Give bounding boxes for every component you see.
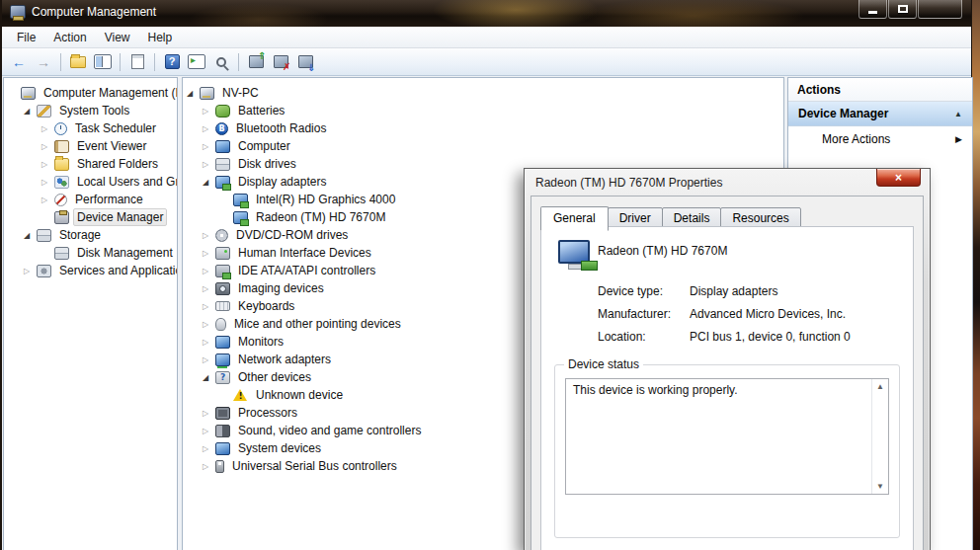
window-title: Computer Management (32, 5, 156, 19)
expander-icon[interactable] (203, 231, 215, 240)
menu-help[interactable]: Help (139, 28, 182, 47)
dialog-title-bar[interactable]: Radeon (TM) HD 7670M Properties × (525, 169, 930, 196)
search-button[interactable] (210, 51, 232, 73)
tree-item[interactable]: Local Users and Groups (4, 173, 177, 191)
expander-icon[interactable] (41, 124, 54, 133)
back-button[interactable]: ← (8, 51, 30, 73)
expander-icon[interactable] (203, 338, 215, 347)
computer-management-window: Computer Management FileActionViewHelp ← (0, 0, 972, 550)
console-tree-button[interactable] (92, 51, 114, 73)
status-scrollbar[interactable]: ▲ ▼ (871, 379, 888, 494)
device-tree-item[interactable]: Bluetooth Radios (183, 119, 783, 137)
tree-item[interactable]: Services and Applications (4, 262, 177, 279)
expander-icon[interactable] (203, 373, 215, 382)
tree-item[interactable]: Device Manager (4, 208, 177, 226)
menu-file[interactable]: File (8, 28, 44, 47)
device-tree-item[interactable]: Computer (183, 137, 783, 155)
window-controls (858, 0, 962, 19)
update-driver-button[interactable] (245, 51, 267, 73)
expander-icon[interactable] (203, 160, 215, 169)
field-value: Advanced Micro Devices, Inc. (690, 307, 846, 330)
collapse-chevron-icon[interactable]: ▲ (954, 110, 962, 118)
expander-icon[interactable] (203, 267, 215, 275)
expander-icon[interactable] (203, 142, 215, 151)
expander-icon[interactable] (203, 409, 215, 418)
expander-icon[interactable] (203, 284, 215, 293)
expander-icon[interactable] (203, 124, 215, 133)
device-tree-item[interactable]: Batteries (183, 102, 783, 119)
dialog-tab[interactable]: General (540, 206, 609, 231)
expander-icon[interactable] (203, 427, 215, 435)
uninstall-button[interactable] (270, 51, 291, 73)
tree-item-icon (54, 194, 67, 206)
expander-icon[interactable] (203, 302, 215, 311)
expander-icon[interactable] (24, 107, 37, 116)
tree-item[interactable]: Shared Folders (4, 155, 177, 173)
expander-icon[interactable] (24, 267, 37, 275)
actions-section-device-manager[interactable]: Device Manager ▲ (788, 102, 972, 126)
device-name: Radeon (TM) HD 7670M (598, 244, 727, 258)
expander-icon[interactable] (203, 249, 215, 258)
device-status-group: Device status This device is working pro… (554, 364, 900, 538)
device-status-textbox[interactable]: This device is working properly. ▲ ▼ (565, 378, 889, 495)
tree-item-icon (54, 247, 69, 260)
tree-item[interactable]: Computer Management (Local (4, 84, 177, 102)
expander-icon[interactable] (203, 320, 215, 329)
forward-button[interactable]: → (33, 51, 54, 73)
minimize-button[interactable] (858, 0, 887, 19)
device-category-icon (215, 301, 230, 311)
device-info-row: Location: PCI bus 1, device 0, function … (598, 330, 851, 353)
show-hide-button[interactable] (186, 51, 207, 73)
expander-icon[interactable] (187, 89, 200, 98)
general-tab-page: Radeon (TM) HD 7670M Device type: Displa… (540, 226, 914, 550)
scan-hardware-button[interactable] (294, 51, 316, 73)
tree-item[interactable]: Storage (4, 226, 177, 244)
close-icon: × (895, 172, 902, 184)
device-category-icon (215, 140, 230, 153)
device-category-icon (215, 442, 230, 455)
expander-icon[interactable] (41, 196, 54, 204)
tree-item-icon (54, 176, 69, 189)
menu-action[interactable]: Action (44, 28, 95, 47)
toolbar-icon (188, 54, 205, 69)
expander-icon[interactable] (203, 107, 215, 116)
menu-bar: FileActionViewHelp (2, 27, 971, 48)
field-label: Location: (598, 330, 690, 353)
console-tree-pane: Computer Management (Local System Tools … (3, 77, 178, 550)
device-info-fields: Device type: Display adapters Manufactur… (598, 284, 851, 353)
close-button[interactable] (918, 0, 962, 19)
tree-item-icon (54, 140, 69, 153)
expander-icon[interactable] (203, 444, 215, 453)
field-label: Manufacturer: (598, 307, 690, 330)
expander-icon[interactable] (203, 462, 215, 471)
export-list-button[interactable] (67, 51, 89, 73)
help-button[interactable]: ? (161, 51, 183, 73)
tree-item-icon (54, 211, 69, 224)
tree-item[interactable]: Task Scheduler (4, 119, 177, 137)
dialog-title: Radeon (TM) HD 7670M Properties (535, 176, 722, 190)
expander-icon[interactable] (41, 178, 54, 187)
tree-item[interactable]: System Tools (4, 102, 177, 119)
expander-icon[interactable] (41, 160, 54, 169)
device-category-icon (215, 336, 230, 349)
maximize-button[interactable] (888, 0, 917, 19)
field-value: Display adapters (690, 284, 777, 307)
tree-item[interactable]: Performance (4, 191, 177, 208)
device-tree-item[interactable]: NV-PC (183, 84, 783, 102)
menu-view[interactable]: View (96, 28, 139, 47)
title-bar[interactable]: Computer Management (2, 0, 971, 27)
scroll-down-icon[interactable]: ▼ (872, 482, 888, 491)
expander-icon[interactable] (24, 231, 37, 240)
toolbar-separator (154, 53, 155, 71)
expander-icon[interactable] (203, 178, 215, 187)
device-category-icon (215, 105, 230, 118)
toolbar-separator (238, 53, 239, 71)
tree-item[interactable]: Disk Management (4, 244, 177, 262)
scroll-up-icon[interactable]: ▲ (872, 382, 888, 391)
tree-item[interactable]: Event Viewer (4, 137, 177, 155)
expander-icon[interactable] (203, 355, 215, 364)
expander-icon[interactable] (41, 142, 54, 151)
dialog-close-button[interactable]: × (876, 169, 921, 187)
more-actions-item[interactable]: More Actions ▶ (788, 126, 972, 152)
properties-button[interactable] (126, 51, 148, 73)
